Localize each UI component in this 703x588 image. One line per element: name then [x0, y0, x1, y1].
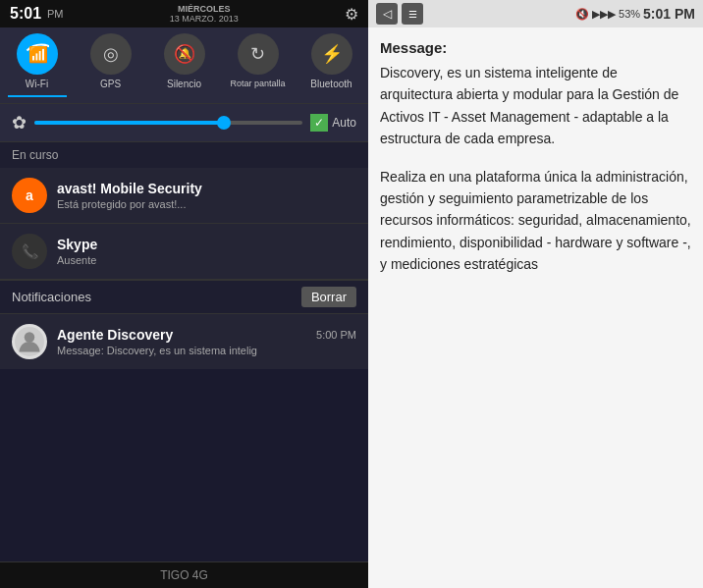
- skype-text-block: Skype Ausente: [57, 237, 356, 266]
- skype-icon: 📞: [12, 234, 47, 269]
- message-header: Message:: [380, 39, 691, 56]
- settings-icon[interactable]: ⚙: [345, 5, 358, 24]
- checkbox-icon: ✓: [310, 114, 328, 132]
- right-status-bar: ◁ ☰ 🔇 ▶▶▶ 53% 5:01 PM: [368, 0, 703, 27]
- mute-icon: 🔕: [164, 33, 205, 75]
- rotate-icon: ↻: [238, 33, 279, 75]
- quick-toggles-row: 📶 Wi-Fi ◎ GPS 🔕 Silencio ↻ Rotar pantall…: [0, 27, 368, 104]
- discovery-time: 5:00 PM: [316, 329, 356, 341]
- rotar-toggle[interactable]: ↻ Rotar pantalla: [229, 33, 288, 97]
- message-paragraph-2: Realiza en una plataforma única la admin…: [380, 166, 691, 276]
- message-body: Discovery, es un sistema inteligente de …: [380, 62, 691, 276]
- discovery-icon: [12, 324, 47, 359]
- auto-brightness-toggle[interactable]: ✓ Auto: [310, 114, 356, 132]
- brightness-slider[interactable]: [34, 121, 302, 125]
- silencio-label: Silencio: [167, 79, 201, 89]
- left-time: 5:01: [10, 5, 41, 23]
- auto-label: Auto: [332, 116, 356, 130]
- left-date-line1: MIÉRCOLES: [170, 4, 239, 14]
- signal-icon: ▶▶▶: [592, 8, 616, 21]
- notificaciones-bar: Notificaciones Borrar: [0, 280, 368, 314]
- discovery-title: Agente Discovery: [57, 327, 173, 343]
- brightness-thumb: [217, 116, 231, 130]
- right-message-content: Message: Discovery, es un sistema inteli…: [368, 27, 703, 588]
- discovery-text-block: Agente Discovery 5:00 PM Message: Discov…: [57, 327, 356, 356]
- gps-icon: ◎: [90, 33, 132, 75]
- en-curso-header: En curso: [0, 142, 368, 168]
- brightness-row: ✿ ✓ Auto: [0, 104, 368, 142]
- left-status-bar: 5:01 PM MIÉRCOLES 13 MARZO. 2013 ⚙: [0, 0, 368, 27]
- back-button[interactable]: ◁: [376, 3, 398, 25]
- silencio-toggle[interactable]: 🔕 Silencio: [155, 33, 214, 97]
- left-panel: 5:01 PM MIÉRCOLES 13 MARZO. 2013 ⚙ 📶 Wi-…: [0, 0, 368, 588]
- skype-subtitle: Ausente: [57, 254, 356, 266]
- discovery-message-preview: Message: Discovery, es un sistema inteli…: [57, 345, 356, 356]
- left-period: PM: [47, 8, 64, 20]
- avast-subtitle: Está protegido por avast!...: [57, 198, 356, 210]
- right-status-left: ◁ ☰: [376, 3, 423, 25]
- svg-point-2: [25, 332, 35, 343]
- borrar-button[interactable]: Borrar: [301, 287, 356, 307]
- brightness-fill: [34, 121, 222, 125]
- avast-icon: a: [12, 178, 47, 213]
- bluetooth-toggle[interactable]: ⚡ Bluetooth: [302, 33, 361, 97]
- avast-title: avast! Mobile Security: [57, 181, 356, 196]
- battery-level: 53%: [619, 8, 640, 20]
- avast-text-block: avast! Mobile Security Está protegido po…: [57, 181, 356, 210]
- discovery-notification[interactable]: Agente Discovery 5:00 PM Message: Discov…: [0, 314, 368, 369]
- gps-toggle[interactable]: ◎ GPS: [81, 33, 140, 97]
- right-panel: ◁ ☰ 🔇 ▶▶▶ 53% 5:01 PM Message: Discovery…: [368, 0, 703, 588]
- gps-label: GPS: [100, 79, 121, 89]
- wifi-toggle[interactable]: 📶 Wi-Fi: [8, 33, 67, 97]
- rotar-label: Rotar pantalla: [230, 79, 285, 88]
- bluetooth-label: Bluetooth: [310, 79, 352, 89]
- wifi-active-indicator: [8, 95, 67, 97]
- avast-notification[interactable]: a avast! Mobile Security Está protegido …: [0, 168, 368, 224]
- svg-text:📶: 📶: [28, 45, 48, 64]
- menu-button[interactable]: ☰: [402, 3, 423, 25]
- mute-status-icon: 🔇: [575, 8, 589, 21]
- right-time: 5:01 PM: [643, 6, 695, 22]
- right-status-icons: 🔇 ▶▶▶ 53% 5:01 PM: [575, 6, 695, 22]
- notificaciones-label: Notificaciones: [12, 290, 91, 304]
- left-date-line2: 13 MARZO. 2013: [170, 14, 239, 24]
- discovery-title-row: Agente Discovery 5:00 PM: [57, 327, 356, 343]
- brightness-icon: ✿: [12, 112, 27, 134]
- bluetooth-icon: ⚡: [311, 33, 352, 75]
- wifi-label: Wi-Fi: [26, 79, 48, 89]
- skype-notification[interactable]: 📞 Skype Ausente: [0, 224, 368, 280]
- carrier-label: TIGO 4G: [0, 561, 368, 588]
- skype-title: Skype: [57, 237, 356, 252]
- message-paragraph-1: Discovery, es un sistema inteligente de …: [380, 62, 691, 150]
- wifi-icon: 📶: [17, 33, 58, 75]
